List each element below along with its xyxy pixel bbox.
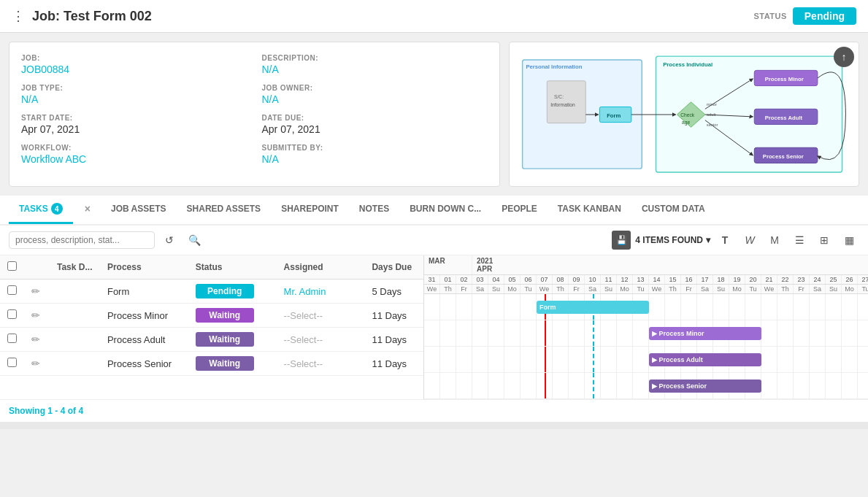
row2-process: Process Minor <box>100 304 188 328</box>
col-days-header: Days Due <box>364 255 423 280</box>
workflow-field: WORKFLOW: Workflow ABC <box>21 144 247 165</box>
row4-days: 11 Days <box>364 352 423 376</box>
svg-text:age: age <box>682 120 690 126</box>
list-button[interactable]: ☰ <box>789 230 810 250</box>
row4-status: Waiting <box>188 352 277 376</box>
search-input[interactable] <box>9 231 155 249</box>
gantt-inner: MAR 2021APR 3101020304050607080910111213… <box>424 255 868 399</box>
tab-task-kanban[interactable]: TASK KANBAN <box>548 196 631 223</box>
tab-tasks[interactable]: TASKS 4 <box>9 196 73 224</box>
row1-checkbox[interactable] <box>7 285 17 295</box>
tab-shared-assets-label: SHARED ASSETS <box>187 204 261 214</box>
row3-process: Process Adult <box>100 328 188 352</box>
row4-checkbox[interactable] <box>7 358 17 367</box>
tab-task-kanban-label: TASK KANBAN <box>558 204 621 214</box>
submitted-value: N/A <box>262 153 488 165</box>
info-panel: JOB: JOB00884 DESCRIPTION: N/A JOB TYPE:… <box>9 42 500 187</box>
svg-text:minor: minor <box>707 102 717 107</box>
select-all-checkbox[interactable] <box>7 261 17 271</box>
bottom-scrollbar[interactable] <box>0 422 868 429</box>
app-header: ⋮ Job: Test Form 002 STATUS Pending <box>0 0 868 33</box>
date-due-value: Apr 07, 2021 <box>262 123 488 135</box>
row3-edit-icon[interactable]: ✏ <box>31 334 40 345</box>
col-assigned-header: Assigned <box>277 255 365 280</box>
row4-assigned: --Select-- <box>277 352 365 376</box>
row3-checkbox[interactable] <box>7 334 17 343</box>
refresh-button[interactable]: ↺ <box>159 230 180 250</box>
menu-icon[interactable]: ⋮ <box>12 8 25 24</box>
table-button[interactable]: ▦ <box>839 230 859 250</box>
tab-job-assets[interactable]: JOB ASSETS <box>101 196 177 223</box>
items-found-text: 4 ITEMS FOUND <box>635 235 703 245</box>
tab-burn-down[interactable]: BURN DOWN C... <box>399 196 491 223</box>
row2-days: 11 Days <box>364 304 423 328</box>
table-row: ✏ Process Minor Waiting --Select-- 11 Da… <box>0 304 423 328</box>
col-edit <box>24 255 50 280</box>
row2-edit-cell: ✏ <box>24 304 50 328</box>
row1-edit-icon[interactable]: ✏ <box>31 285 40 297</box>
row3-assigned: --Select-- <box>277 328 365 352</box>
tab-custom-data[interactable]: CUSTOM DATA <box>631 196 715 223</box>
row1-assigned: Mr. Admin <box>277 280 365 304</box>
row1-assigned-link[interactable]: Mr. Admin <box>284 286 326 297</box>
desc-field: DESCRIPTION: N/A <box>262 54 488 75</box>
gantt-row-1: Form <box>424 294 868 320</box>
gantt-dates-row: 3101020304050607080910111213141516171819… <box>424 275 868 285</box>
row3-status-badge: Waiting <box>196 332 254 347</box>
showing-range: 1 - 4 <box>47 406 65 416</box>
row1-process: Form <box>100 280 188 304</box>
items-caret-icon[interactable]: ▾ <box>706 235 710 245</box>
row2-edit-icon[interactable]: ✏ <box>31 309 40 321</box>
row3-assigned-select: --Select-- <box>284 334 323 345</box>
row4-edit-cell: ✏ <box>24 352 50 376</box>
grid-button[interactable]: ⊞ <box>814 230 834 250</box>
workflow-value: Workflow ABC <box>21 153 247 165</box>
save-button[interactable]: 💾 <box>612 231 631 250</box>
desc-value: N/A <box>262 63 488 75</box>
gantt-row-2: ▶ Process Minor <box>424 320 868 347</box>
row4-status-badge: Waiting <box>196 356 254 371</box>
search-button[interactable]: 🔍 <box>184 230 204 250</box>
table-row: ✏ Process Adult Waiting --Select-- 11 Da… <box>0 328 423 352</box>
tab-shared-assets[interactable]: SHARED ASSETS <box>177 196 272 223</box>
row3-status: Waiting <box>188 328 277 352</box>
total-count: 4 <box>78 406 83 416</box>
table-row: ✏ Process Senior Waiting --Select-- 11 D… <box>0 352 423 376</box>
desc-label: DESCRIPTION: <box>262 54 488 62</box>
row2-taskd <box>50 304 100 328</box>
row3-edit-cell: ✏ <box>24 328 50 352</box>
row4-process: Process Senior <box>100 352 188 376</box>
row4-edit-icon[interactable]: ✏ <box>31 358 40 369</box>
row4-assigned-select: --Select-- <box>284 358 323 369</box>
job-owner-value: N/A <box>262 93 488 105</box>
format-m-button[interactable]: M <box>764 230 785 250</box>
header-right: STATUS Pending <box>753 7 856 25</box>
header-left: ⋮ Job: Test Form 002 <box>12 8 152 24</box>
panels-row: JOB: JOB00884 DESCRIPTION: N/A JOB TYPE:… <box>0 33 868 196</box>
tab-notes[interactable]: NOTES <box>349 196 399 223</box>
italic-button[interactable]: W <box>740 230 760 250</box>
workflow-diagram: Personal Information S/C: Information Pr… <box>515 48 853 180</box>
tab-tasks-label: TASKS <box>19 204 48 214</box>
tab-sharepoint-label: SHAREPOINT <box>281 204 339 214</box>
page-title: Job: Test Form 002 <box>32 9 152 24</box>
workflow-panel: ↑ Personal Information S/C: Information … <box>509 42 859 187</box>
row3-taskd <box>50 328 100 352</box>
tab-notes-label: NOTES <box>359 204 389 214</box>
tab-close[interactable]: × <box>73 196 101 224</box>
svg-text:S/C:: S/C: <box>554 94 564 99</box>
tab-custom-data-label: CUSTOM DATA <box>642 204 705 214</box>
tab-sharepoint[interactable]: SHAREPOINT <box>271 196 349 223</box>
workflow-label: WORKFLOW: <box>21 144 247 152</box>
bold-button[interactable]: T <box>715 230 735 250</box>
job-field: JOB: JOB00884 <box>21 54 247 75</box>
row4-checkbox-cell <box>0 352 24 376</box>
svg-text:Process Individual: Process Individual <box>663 61 713 68</box>
table-row: ✏ Form Pending Mr. Admin 5 Days <box>0 280 423 304</box>
workflow-up-button[interactable]: ↑ <box>834 47 854 67</box>
gantt-mar-label: MAR <box>424 255 472 274</box>
col-status-header: Status <box>188 255 277 280</box>
row2-checkbox[interactable] <box>7 309 17 319</box>
tab-people[interactable]: PEOPLE <box>491 196 548 223</box>
job-owner-label: JOB OWNER: <box>262 84 488 92</box>
